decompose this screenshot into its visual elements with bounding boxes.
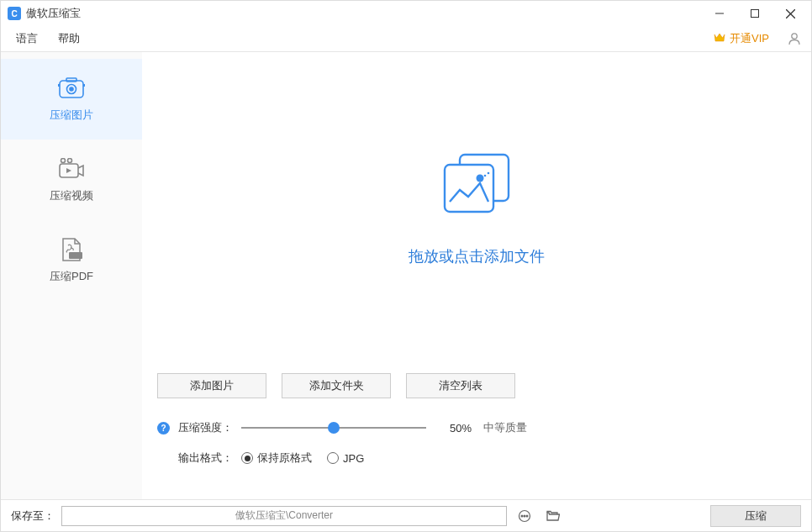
footer: 保存至： 压缩 <box>1 499 811 531</box>
strength-quality: 中等质量 <box>483 420 527 435</box>
dropzone[interactable]: 拖放或点击添加文件 <box>142 52 811 363</box>
save-path-input[interactable] <box>61 506 507 526</box>
svg-point-19 <box>484 174 487 176</box>
camera-icon <box>57 76 86 101</box>
menu-help[interactable]: 帮助 <box>48 28 90 50</box>
compress-button[interactable]: 压缩 <box>710 505 801 527</box>
radio-label: JPG <box>343 452 364 465</box>
vip-button[interactable]: 开通VIP <box>706 29 776 49</box>
sidebar-item-label: 压缩视频 <box>50 188 93 203</box>
radio-indicator <box>327 452 339 464</box>
output-format-row: 输出格式： 保持原格式 JPG <box>157 450 796 466</box>
more-options-button[interactable] <box>514 506 535 526</box>
vip-label: 开通VIP <box>730 31 769 46</box>
maximize-button[interactable] <box>737 2 772 25</box>
radio-indicator <box>241 452 253 464</box>
svg-point-22 <box>521 515 523 517</box>
pdf-icon: PDF <box>57 237 86 262</box>
add-image-button[interactable]: 添加图片 <box>157 373 266 398</box>
strength-label: 压缩强度： <box>178 420 233 435</box>
svg-rect-17 <box>445 165 493 212</box>
sidebar-item-label: 压缩PDF <box>50 269 93 284</box>
sidebar-item-compress-image[interactable]: 压缩图片 <box>1 59 142 140</box>
video-icon <box>57 156 86 182</box>
sidebar: 压缩图片 压缩视频 PDF <box>1 52 142 499</box>
svg-rect-10 <box>66 78 76 82</box>
open-folder-button[interactable] <box>542 506 564 526</box>
menu-language[interactable]: 语言 <box>6 28 48 50</box>
svg-point-12 <box>61 159 66 163</box>
svg-point-7 <box>70 87 73 91</box>
slider-thumb[interactable] <box>328 422 340 434</box>
svg-point-4 <box>792 34 797 39</box>
radio-label: 保持原格式 <box>257 450 312 466</box>
sidebar-item-compress-pdf[interactable]: PDF 压缩PDF <box>1 220 142 301</box>
main-panel: 拖放或点击添加文件 添加图片 添加文件夹 清空列表 ? 压缩强度： 50% 中等… <box>142 52 811 499</box>
titlebar: C 傲软压缩宝 <box>1 1 811 26</box>
strength-slider[interactable] <box>241 420 426 435</box>
svg-point-23 <box>524 515 525 517</box>
svg-point-20 <box>488 171 490 174</box>
output-label: 输出格式： <box>178 450 233 466</box>
app-title: 傲软压缩宝 <box>26 6 81 21</box>
radio-keep-original[interactable]: 保持原格式 <box>241 450 312 466</box>
radio-jpg[interactable]: JPG <box>327 452 364 465</box>
info-icon[interactable]: ? <box>157 422 170 435</box>
svg-point-18 <box>477 174 484 182</box>
save-to-label: 保存至： <box>11 508 55 524</box>
close-button[interactable] <box>772 2 808 25</box>
svg-rect-1 <box>751 10 759 18</box>
svg-point-13 <box>68 159 72 163</box>
app-icon: C <box>8 7 21 20</box>
svg-point-24 <box>526 515 528 517</box>
crown-icon <box>713 32 726 46</box>
menubar: 语言 帮助 开通VIP <box>1 26 811 51</box>
clear-list-button[interactable]: 清空列表 <box>406 373 515 398</box>
images-stack-icon <box>438 150 515 221</box>
minimize-button[interactable] <box>702 2 737 25</box>
profile-button[interactable] <box>783 27 806 50</box>
controls-panel: 添加图片 添加文件夹 清空列表 ? 压缩强度： 50% 中等质量 输出格式： <box>142 363 811 499</box>
sidebar-item-compress-video[interactable]: 压缩视频 <box>1 140 142 220</box>
add-folder-button[interactable]: 添加文件夹 <box>282 373 391 398</box>
svg-text:PDF: PDF <box>71 253 81 258</box>
svg-rect-9 <box>83 84 85 87</box>
dropzone-text: 拖放或点击添加文件 <box>409 246 545 266</box>
svg-rect-8 <box>58 84 60 87</box>
strength-percent: 50% <box>450 422 472 435</box>
sidebar-item-label: 压缩图片 <box>50 108 93 123</box>
compression-strength-row: ? 压缩强度： 50% 中等质量 <box>157 420 796 435</box>
